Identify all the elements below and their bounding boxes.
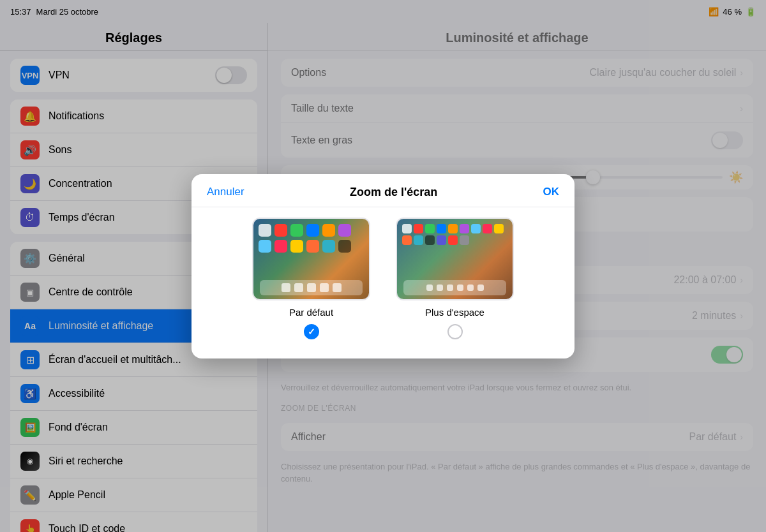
zoom-preview-bg-default — [253, 219, 369, 299]
zoom-dock-default — [260, 280, 363, 295]
modal: Annuler Zoom de l'écran OK — [192, 174, 574, 358]
modal-title: Zoom de l'écran — [350, 186, 437, 199]
zoom-preview-more-space — [396, 218, 514, 300]
modal-header: Annuler Zoom de l'écran OK — [192, 174, 574, 207]
modal-body: Par défaut — [192, 207, 574, 358]
zoom-icons-default — [259, 224, 364, 253]
ok-button[interactable]: OK — [543, 186, 559, 198]
zoom-more-space-label: Plus d'espace — [425, 307, 484, 318]
zoom-icons-more-space — [402, 224, 507, 245]
zoom-default-label: Par défaut — [289, 307, 333, 318]
modal-overlay[interactable]: Annuler Zoom de l'écran OK — [0, 0, 766, 532]
zoom-default-radio[interactable] — [304, 324, 319, 339]
zoom-option-default[interactable]: Par défaut — [252, 218, 370, 339]
zoom-option-more-space[interactable]: Plus d'espace — [396, 218, 514, 339]
zoom-preview-default — [252, 218, 370, 300]
zoom-preview-bg-more-space — [397, 219, 513, 299]
cancel-button[interactable]: Annuler — [207, 186, 244, 198]
zoom-more-space-radio[interactable] — [447, 324, 463, 339]
zoom-dock-more-space — [403, 280, 506, 295]
